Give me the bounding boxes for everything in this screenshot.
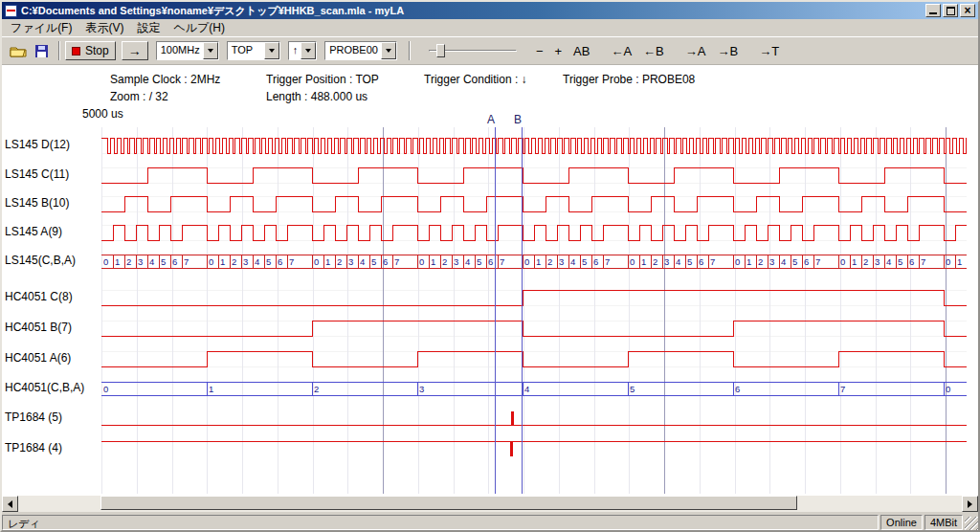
svg-text:0: 0 <box>840 256 845 267</box>
svg-text:5: 5 <box>161 256 166 267</box>
svg-text:7: 7 <box>394 256 399 267</box>
svg-text:1: 1 <box>115 256 120 267</box>
svg-text:3: 3 <box>664 256 669 267</box>
svg-text:2: 2 <box>314 384 319 394</box>
svg-text:6: 6 <box>278 256 282 267</box>
svg-text:5: 5 <box>687 256 692 267</box>
svg-text:3: 3 <box>454 256 458 267</box>
svg-text:2: 2 <box>232 256 236 267</box>
svg-text:0: 0 <box>946 384 950 394</box>
svg-text:2: 2 <box>126 256 131 267</box>
svg-text:6: 6 <box>488 256 493 267</box>
svg-text:2: 2 <box>863 256 868 267</box>
svg-text:5: 5 <box>630 384 635 394</box>
svg-text:3: 3 <box>875 256 880 267</box>
resize-grip[interactable] <box>965 517 978 530</box>
svg-text:4: 4 <box>255 256 259 267</box>
svg-text:6: 6 <box>735 384 740 394</box>
arrow-right-icon <box>968 500 972 508</box>
svg-text:1: 1 <box>209 384 213 394</box>
svg-text:5: 5 <box>266 256 271 267</box>
svg-text:A: A <box>487 113 495 126</box>
svg-text:6: 6 <box>909 256 914 267</box>
svg-text:5: 5 <box>792 256 797 267</box>
scroll-left-button[interactable] <box>2 496 18 512</box>
svg-text:3: 3 <box>559 256 564 267</box>
svg-text:0: 0 <box>103 256 108 267</box>
svg-text:1: 1 <box>957 256 962 267</box>
scrollbar-thumb[interactable] <box>100 496 797 510</box>
svg-text:4: 4 <box>886 256 891 267</box>
statusbar: レディ Online 4MBit <box>2 513 978 530</box>
svg-text:6: 6 <box>804 256 809 267</box>
svg-text:0: 0 <box>735 256 740 267</box>
svg-text:3: 3 <box>138 256 143 267</box>
svg-text:6: 6 <box>172 256 177 267</box>
svg-text:4: 4 <box>360 256 365 267</box>
svg-text:1: 1 <box>325 256 330 267</box>
svg-text:3: 3 <box>243 256 248 267</box>
svg-text:0: 0 <box>314 256 319 267</box>
svg-text:2: 2 <box>442 256 447 267</box>
waveform-canvas[interactable]: 0123456701234567012345670123456701234567… <box>0 0 980 532</box>
svg-text:6: 6 <box>699 256 703 267</box>
svg-text:7: 7 <box>710 256 715 267</box>
svg-text:1: 1 <box>641 256 646 267</box>
svg-text:3: 3 <box>419 384 424 394</box>
horizontal-scrollbar[interactable] <box>2 496 978 512</box>
svg-text:1: 1 <box>852 256 857 267</box>
svg-text:2: 2 <box>547 256 552 267</box>
svg-text:5: 5 <box>477 256 481 267</box>
svg-text:7: 7 <box>184 256 189 267</box>
svg-text:7: 7 <box>605 256 610 267</box>
svg-text:0: 0 <box>524 256 529 267</box>
svg-text:4: 4 <box>465 256 470 267</box>
svg-text:6: 6 <box>593 256 598 267</box>
svg-text:3: 3 <box>348 256 353 267</box>
svg-text:0: 0 <box>209 256 213 267</box>
svg-text:4: 4 <box>570 256 575 267</box>
svg-text:7: 7 <box>289 256 294 267</box>
svg-text:2: 2 <box>758 256 763 267</box>
svg-text:7: 7 <box>921 256 925 267</box>
svg-text:4: 4 <box>676 256 680 267</box>
svg-text:7: 7 <box>500 256 504 267</box>
svg-text:2: 2 <box>653 256 657 267</box>
svg-text:5: 5 <box>582 256 587 267</box>
svg-text:7: 7 <box>840 384 845 394</box>
svg-text:1: 1 <box>220 256 225 267</box>
svg-text:0: 0 <box>419 256 424 267</box>
svg-text:2: 2 <box>337 256 342 267</box>
svg-text:1: 1 <box>431 256 435 267</box>
svg-text:1: 1 <box>536 256 541 267</box>
svg-text:0: 0 <box>630 256 635 267</box>
arrow-left-icon <box>8 500 12 508</box>
scroll-right-button[interactable] <box>962 496 978 512</box>
status-memory: 4MBit <box>924 515 963 530</box>
svg-text:4: 4 <box>524 384 529 394</box>
svg-text:0: 0 <box>103 384 108 394</box>
status-online: Online <box>880 515 923 530</box>
svg-text:5: 5 <box>898 256 902 267</box>
status-ready: レディ <box>2 515 879 530</box>
svg-text:3: 3 <box>769 256 774 267</box>
svg-text:B: B <box>514 113 522 126</box>
scrollbar-track[interactable] <box>18 496 962 512</box>
svg-text:0: 0 <box>946 256 950 267</box>
svg-text:4: 4 <box>149 256 154 267</box>
svg-text:7: 7 <box>815 256 820 267</box>
svg-text:5: 5 <box>371 256 376 267</box>
app-window: C:¥Documents and Settings¥noname¥デスクトップ¥… <box>0 0 980 532</box>
svg-text:1: 1 <box>746 256 751 267</box>
svg-text:4: 4 <box>781 256 786 267</box>
svg-text:6: 6 <box>383 256 388 267</box>
